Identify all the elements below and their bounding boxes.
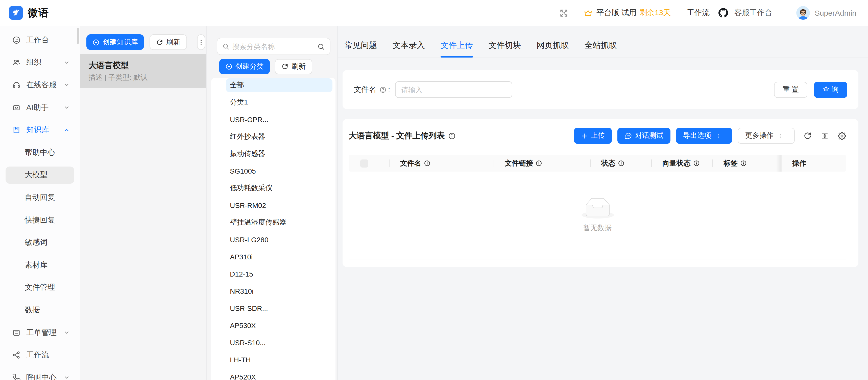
app-logo[interactable] — [9, 6, 23, 20]
sidebar-subitem-data[interactable]: 数据 — [0, 299, 80, 321]
category-row-selected[interactable]: 全部 — [226, 78, 333, 92]
app-root: 微语 平台版 试用 剩余13天 工作流 — [0, 0, 868, 380]
export-options-button[interactable]: 导出选项 — [676, 128, 732, 144]
info-circle-icon[interactable] — [618, 160, 624, 167]
table-card-header: 大语言模型 - 文件上传列表 上传 — [349, 128, 846, 144]
sidebar-item-organization[interactable]: 组织 — [0, 51, 80, 74]
workflow-link[interactable]: 工作流 — [687, 8, 710, 18]
content-tabs: 常见问题 文本录入 文件上传 文件切块 网页抓取 全站抓取 — [338, 26, 868, 58]
category-row[interactable]: USR-RM02 — [226, 198, 333, 212]
sidebar-subitem-quick-reply[interactable]: 快捷回复 — [0, 209, 80, 231]
username[interactable]: SuperAdmin — [815, 8, 857, 17]
row-height-icon[interactable] — [820, 132, 829, 140]
dove-icon — [11, 8, 21, 18]
category-row[interactable]: LH-TH — [226, 353, 333, 367]
tab-site-scrape[interactable]: 全站抓取 — [585, 40, 617, 51]
sidebar-item-knowledge-base[interactable]: 知识库 — [0, 119, 80, 141]
sidebar-scrollbar[interactable] — [77, 28, 79, 44]
sidebar-subitem-file-management[interactable]: 文件管理 — [0, 276, 80, 299]
category-panel: 创建分类 刷新 全部 分类1 USR-GPR... 红外抄表器 振动传感器 SG… — [207, 26, 338, 380]
refresh-icon — [156, 39, 163, 46]
tab-text-entry[interactable]: 文本录入 — [393, 40, 425, 51]
tab-faq[interactable]: 常见问题 — [345, 40, 377, 51]
query-button[interactable]: 查 询 — [814, 81, 847, 98]
sidebar-item-ticket-management[interactable]: 工单管理 — [0, 321, 80, 344]
dashboard-icon — [12, 36, 21, 44]
sidebar-subitem-sensitive-words[interactable]: 敏感词 — [0, 231, 80, 254]
category-row[interactable]: SG1005 — [226, 164, 333, 178]
info-circle-icon[interactable] — [424, 160, 431, 167]
knowledge-base-panel: 创建知识库 刷新 大语言模型 描述 | 子类型: 默认 — [80, 26, 207, 380]
filename-filter-input[interactable] — [395, 81, 512, 98]
chevron-down-icon — [64, 60, 70, 66]
chevron-down-icon — [64, 330, 70, 336]
category-row[interactable]: AP530X — [226, 318, 333, 333]
chat-bubble-icon — [624, 132, 632, 140]
category-row[interactable]: USR-LG280 — [226, 233, 333, 247]
category-row[interactable]: D12-15 — [226, 267, 333, 281]
table-refresh-icon[interactable] — [803, 132, 812, 140]
category-row[interactable]: 壁挂温湿度传感器 — [226, 215, 333, 230]
header-right: 平台版 试用 剩余13天 工作流 客服工作台 — [559, 6, 857, 20]
fullscreen-icon[interactable] — [559, 8, 568, 18]
info-circle-icon[interactable] — [693, 160, 700, 167]
plus-icon — [581, 133, 588, 139]
sidebar-subitem-label: 自动回复 — [25, 193, 55, 202]
info-circle-icon[interactable] — [740, 160, 747, 167]
category-search-input[interactable] — [232, 42, 314, 50]
sidebar-subitem-llm[interactable]: 大模型 — [0, 164, 80, 186]
tab-web-scrape[interactable]: 网页抓取 — [536, 40, 569, 51]
sidebar-item-call-center[interactable]: 呼叫中心 — [0, 367, 80, 380]
tab-file-chunk[interactable]: 文件切块 — [489, 40, 521, 51]
category-row[interactable]: NR310i — [226, 284, 333, 298]
category-row[interactable]: USR-S10... — [226, 336, 333, 350]
sidebar-subitem-label: 文件管理 — [25, 283, 55, 292]
category-row[interactable]: 振动传感器 — [226, 147, 333, 161]
info-circle-icon[interactable] — [448, 132, 456, 140]
sidebar-item-workbench[interactable]: 工作台 — [0, 29, 80, 51]
gear-icon[interactable] — [838, 132, 846, 140]
plan-badge[interactable]: 平台版 试用 剩余13天 — [583, 8, 671, 18]
sidebar-item-online-service[interactable]: 在线客服 — [0, 74, 80, 96]
question-circle-icon[interactable] — [379, 86, 386, 93]
category-row[interactable]: 低功耗数采仪 — [226, 181, 333, 195]
chat-test-button[interactable]: 对话测试 — [617, 128, 671, 144]
sidebar-item-label: 组织 — [26, 58, 41, 67]
tab-file-upload[interactable]: 文件上传 — [440, 40, 473, 51]
sidebar-subitem-label: 素材库 — [25, 260, 48, 270]
sidebar-item-label: 工作流 — [26, 350, 49, 360]
category-row[interactable]: 红外抄表器 — [226, 130, 333, 144]
reset-button[interactable]: 重 置 — [774, 81, 807, 98]
user-avatar[interactable] — [797, 6, 810, 20]
category-row[interactable]: 分类1 — [226, 95, 333, 109]
category-row[interactable]: USR-GPR... — [226, 112, 333, 127]
category-refresh-button[interactable]: 刷新 — [275, 59, 312, 74]
search-submit-icon[interactable] — [317, 43, 325, 50]
sidebar-subitem-material-library[interactable]: 素材库 — [0, 254, 80, 276]
empty-text: 暂无数据 — [583, 223, 612, 233]
column-filename: 文件名 — [390, 155, 494, 172]
sidebar-item-workflow[interactable]: 工作流 — [0, 344, 80, 367]
select-all-checkbox[interactable] — [360, 159, 368, 167]
create-kb-button[interactable]: 创建知识库 — [86, 34, 144, 50]
more-actions-button[interactable]: 更多操作 — [738, 128, 795, 144]
workbench-link[interactable]: 客服工作台 — [734, 8, 772, 18]
refresh-icon — [281, 63, 288, 70]
filter-label: 文件名 : — [354, 85, 390, 94]
upload-button[interactable]: 上传 — [574, 128, 612, 144]
phone-icon — [12, 373, 21, 380]
kb-list-item-selected[interactable]: 大语言模型 描述 | 子类型: 默认 — [80, 54, 206, 88]
category-row[interactable]: USR-SDR... — [226, 301, 333, 315]
sidebar-item-ai-assistant[interactable]: AI助手 — [0, 96, 80, 119]
create-category-button[interactable]: 创建分类 — [219, 59, 270, 74]
kb-refresh-button[interactable]: 刷新 — [150, 34, 187, 50]
category-row[interactable]: AP310i — [226, 250, 333, 264]
sidebar-subitem-help-center[interactable]: 帮助中心 — [0, 141, 80, 164]
kebab-menu-icon — [197, 39, 205, 46]
sidebar-subitem-auto-reply[interactable]: 自动回复 — [0, 186, 80, 209]
kb-more-button[interactable] — [197, 34, 205, 50]
github-icon[interactable] — [719, 8, 728, 18]
info-circle-icon[interactable] — [535, 160, 542, 167]
kebab-menu-icon — [715, 133, 725, 139]
category-row[interactable]: AP520X — [226, 370, 333, 380]
